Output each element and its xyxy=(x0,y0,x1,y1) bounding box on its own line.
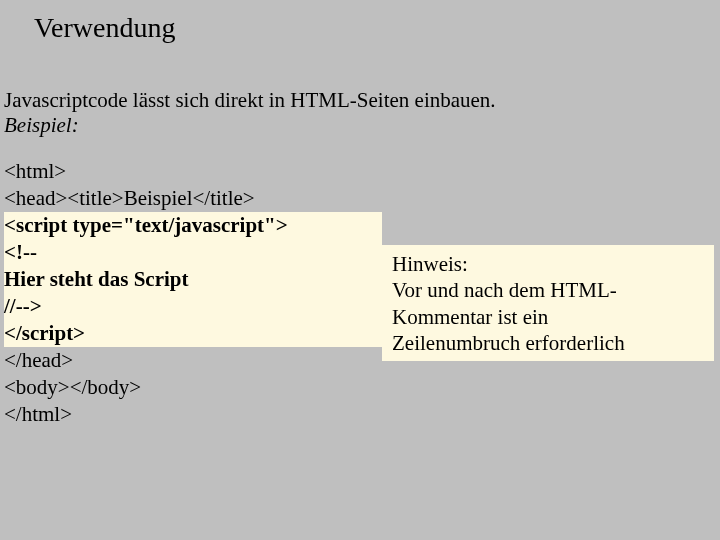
code-line-1: <html> xyxy=(4,158,66,185)
code-line-8: </head> xyxy=(4,347,73,374)
code-line-4: <!-- xyxy=(4,239,382,266)
slide-heading: Verwendung xyxy=(34,12,176,44)
code-line-9: <body></body> xyxy=(4,374,141,401)
hint-line-1: Hinweis: xyxy=(392,251,704,277)
hint-callout: Hinweis: Vor und nach dem HTML- Kommenta… xyxy=(382,245,714,361)
code-line-2: <head><title>Beispiel</title> xyxy=(4,185,255,212)
hint-line-3: Kommentar ist ein xyxy=(392,304,704,330)
code-line-10: </html> xyxy=(4,401,72,428)
hint-line-4: Zeilenumbruch erforderlich xyxy=(392,330,704,356)
code-line-6: //--> xyxy=(4,293,382,320)
intro-text: Javascriptcode lässt sich direkt in HTML… xyxy=(4,88,496,138)
code-line-5: Hier steht das Script xyxy=(4,266,382,293)
code-line-3: <script type="text/javascript"> xyxy=(4,212,382,239)
hint-line-2: Vor und nach dem HTML- xyxy=(392,277,704,303)
intro-line-1: Javascriptcode lässt sich direkt in HTML… xyxy=(4,88,496,113)
intro-line-2: Beispiel: xyxy=(4,113,496,138)
code-line-7: </script> xyxy=(4,320,382,347)
